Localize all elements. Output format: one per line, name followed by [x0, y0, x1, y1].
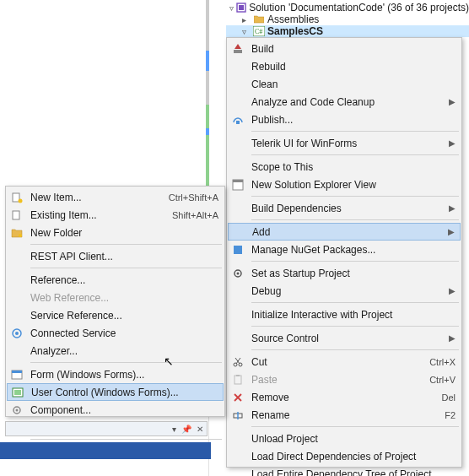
- change-indicator-bar: [206, 0, 209, 186]
- pin-icon[interactable]: 📌: [181, 425, 191, 434]
- service-reference-item[interactable]: Service Reference...: [7, 306, 224, 324]
- svg-rect-5: [236, 121, 240, 124]
- svg-point-30: [16, 408, 19, 411]
- submenu-arrow-icon: ▶: [445, 333, 456, 343]
- svg-rect-26: [12, 371, 22, 373]
- component-icon: [8, 402, 25, 419]
- separator: [251, 349, 459, 350]
- separator: [30, 244, 222, 245]
- svg-rect-14: [236, 375, 240, 376]
- svg-rect-13: [234, 376, 241, 384]
- svg-rect-7: [233, 180, 243, 182]
- submenu-arrow-icon: ▶: [445, 227, 455, 236]
- separator: [251, 302, 459, 303]
- dropdown-icon[interactable]: ▾: [172, 425, 176, 434]
- load-entire-item[interactable]: Load Entire Dependency Tree of Project: [228, 465, 461, 476]
- svg-point-10: [237, 272, 240, 274]
- svg-point-20: [19, 198, 23, 203]
- rebuild-item[interactable]: Rebuild: [228, 57, 461, 75]
- solution-icon: [236, 2, 246, 14]
- existing-item-icon: [8, 207, 25, 224]
- build-deps-item[interactable]: Build Dependencies▶: [228, 199, 461, 217]
- service-icon: [8, 325, 25, 342]
- new-folder-icon: [8, 224, 25, 241]
- solution-node[interactable]: ▿ Solution 'DocumentationCode' (36 of 36…: [226, 2, 469, 14]
- existing-item-item[interactable]: Existing Item...Shift+Alt+A: [7, 206, 224, 224]
- svg-rect-4: [234, 50, 242, 53]
- reference-item[interactable]: Reference...: [7, 271, 224, 289]
- remove-item[interactable]: RemoveDel: [228, 388, 461, 406]
- debug-item[interactable]: Debug▶: [228, 282, 461, 300]
- submenu-arrow-icon: ▶: [445, 138, 456, 148]
- telerik-item[interactable]: Telerik UI for WinForms▶: [228, 134, 461, 152]
- assemblies-node[interactable]: ▸ Assemblies: [226, 14, 469, 25]
- separator: [251, 426, 459, 427]
- svg-rect-8: [234, 246, 242, 254]
- separator: [251, 196, 459, 197]
- unload-item[interactable]: Unload Project: [228, 430, 461, 447]
- svg-point-24: [15, 332, 19, 335]
- scissors-icon: [229, 354, 246, 371]
- build-item[interactable]: Build: [228, 40, 461, 57]
- expand-icon[interactable]: ▿: [229, 3, 234, 13]
- svg-rect-28: [14, 390, 21, 395]
- tool-window-header[interactable]: ▾ 📌 ✕: [5, 421, 208, 436]
- clean-item[interactable]: Clean: [228, 75, 461, 93]
- publish-icon: [229, 111, 246, 128]
- new-folder-item[interactable]: New Folder: [7, 224, 224, 241]
- separator: [30, 362, 222, 363]
- close-icon[interactable]: ✕: [197, 425, 203, 434]
- rename-item[interactable]: RenameF2: [228, 406, 461, 424]
- samplescs-node[interactable]: ▿ C# SamplesCS: [226, 25, 469, 37]
- paste-item: PasteCtrl+V: [228, 371, 461, 388]
- separator: [251, 219, 459, 220]
- submenu-arrow-icon: ▶: [445, 286, 456, 295]
- nuget-icon: [229, 241, 246, 258]
- explorer-icon: [229, 176, 246, 193]
- cut-item[interactable]: CutCtrl+X: [228, 353, 461, 371]
- separator: [251, 326, 459, 327]
- rename-icon: [229, 407, 246, 424]
- separator: [30, 268, 222, 268]
- analyze-item[interactable]: Analyze and Code Cleanup▶: [228, 93, 461, 111]
- delete-icon: [229, 389, 246, 406]
- new-item-item[interactable]: New Item...Ctrl+Shift+A: [7, 188, 224, 206]
- solution-label: Solution 'DocumentationCode' (36 of 36 p…: [249, 2, 469, 14]
- source-control-item[interactable]: Source Control▶: [228, 329, 461, 347]
- clipboard-icon: [229, 371, 246, 388]
- user-control-item[interactable]: User Control (Windows Forms)...: [7, 383, 224, 401]
- init-interactive-item[interactable]: Initialize Interactive with Project: [228, 306, 461, 323]
- form-icon: [8, 366, 25, 383]
- scope-item[interactable]: Scope to This: [228, 158, 461, 176]
- load-direct-item[interactable]: Load Direct Dependencies of Project: [228, 447, 461, 465]
- svg-rect-21: [13, 211, 19, 219]
- submenu-arrow-icon: ▶: [445, 97, 456, 106]
- build-icon: [229, 41, 246, 57]
- new-sol-view-item[interactable]: New Solution Explorer View: [228, 176, 461, 193]
- assemblies-label: Assemblies: [267, 14, 319, 25]
- folder-icon: [253, 14, 265, 25]
- new-item-icon: [8, 189, 25, 206]
- user-control-icon: [9, 384, 26, 401]
- add-item[interactable]: Add▶: [228, 223, 461, 241]
- nuget-item[interactable]: Manage NuGet Packages...: [228, 241, 461, 258]
- samplescs-label: SamplesCS: [267, 25, 323, 37]
- component-item[interactable]: Component...: [7, 401, 224, 419]
- solution-explorer-tree[interactable]: ▿ Solution 'DocumentationCode' (36 of 36…: [226, 0, 469, 37]
- connected-service-item[interactable]: Connected Service: [7, 324, 224, 342]
- expand-icon[interactable]: ▸: [242, 15, 251, 24]
- web-reference-item: Web Reference...: [7, 289, 224, 306]
- gear-icon: [229, 265, 246, 282]
- svg-rect-1: [239, 5, 244, 10]
- csharp-project-icon: C#: [253, 25, 265, 37]
- status-bar: [0, 442, 211, 459]
- analyzer-item[interactable]: Analyzer...: [7, 342, 224, 360]
- submenu-arrow-icon: ▶: [445, 203, 456, 213]
- rest-api-item[interactable]: REST API Client...: [7, 247, 224, 265]
- collapse-icon[interactable]: ▿: [242, 27, 251, 36]
- publish-item[interactable]: Publish...: [228, 111, 461, 128]
- form-winforms-item[interactable]: Form (Windows Forms)...: [7, 365, 224, 383]
- startup-item[interactable]: Set as Startup Project: [228, 264, 461, 282]
- separator: [251, 261, 459, 262]
- separator: [251, 154, 459, 155]
